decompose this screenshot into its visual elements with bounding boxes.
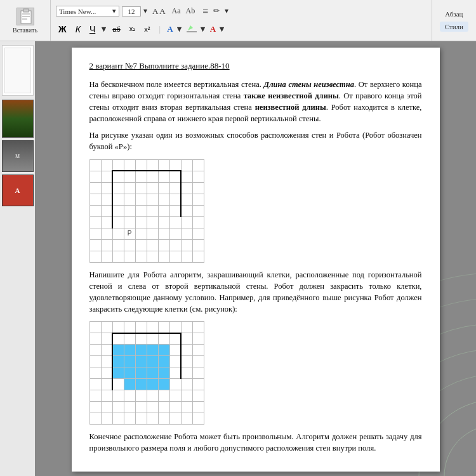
grid2-cell [192,402,204,413]
grid2-cell [192,390,204,402]
menu-lines-icon[interactable]: ≡ [202,6,208,17]
grid2-cell [135,402,147,413]
grid2-cell [135,356,147,367]
grid2-cell [181,333,192,345]
grid1-cell [112,216,124,228]
format-ab[interactable]: Ab [186,6,195,16]
text-color-a[interactable]: A [210,24,216,34]
stili-button[interactable]: Стили [440,22,468,32]
grid1-cell [169,171,181,182]
italic-button[interactable]: К [73,23,83,35]
aa-lower[interactable]: Aa [172,6,181,16]
grid2-cell [192,413,204,425]
grid2-cell [89,390,101,402]
grid1-cell [158,182,169,194]
font-size-value: 12 [128,8,135,15]
grid2-cell [89,333,101,345]
grid1-cell [181,194,192,205]
grid2-cell [112,333,124,345]
heading-number: №7 [125,61,137,70]
grid1-cell [89,159,101,171]
paragraph-1: На бесконечном поле имеется вертикальная… [89,79,422,125]
grid2-cell [101,390,112,402]
grid1-cell [169,182,181,194]
grid1-cell [147,182,158,194]
toolbar-main: Times New... ▾ 12 ▾ A A Aa Ab ≡ ✏ ▾ Ж К … [51,0,432,41]
grid2-cell [135,345,147,356]
subscript-button[interactable]: x₂ [127,24,138,34]
grid1-cell [169,239,181,251]
font-name-value: Times New... [59,8,96,15]
grid1-cell [89,251,101,262]
grid1-cell [158,194,169,205]
grid1-cell [101,216,112,228]
sidebar-left: М А [0,41,35,476]
page-thumbnail-1[interactable] [2,45,34,96]
grid2-cell [124,322,135,333]
grid2-cell [147,390,158,402]
grid2-cell [101,345,112,356]
grid2-cell [181,402,192,413]
font-size-selector[interactable]: 12 [122,6,141,17]
grid2-cell [89,402,101,413]
grid1-cell [181,251,192,262]
svg-rect-1 [23,9,29,12]
font-name-selector[interactable]: Times New... ▾ [56,6,119,17]
strikethrough-button[interactable]: аб [110,25,122,34]
grid2-cell [112,345,124,356]
abzac-button[interactable]: Абзац [440,9,468,19]
paste-button[interactable]: Вставить [5,5,45,36]
aa-upper[interactable]: A A [152,6,166,17]
grid2-cell [124,367,135,379]
grid1-cell [135,239,147,251]
grid2-cell [181,379,192,390]
grid1-cell [158,216,169,228]
grid2-cell [181,345,192,356]
grid2-cell [147,322,158,333]
grid1-cell [192,182,204,194]
sidebar-label-a: А [2,175,34,206]
grid1-cell [158,251,169,262]
grid1-cell: P [124,228,135,239]
grid-diagram-1: P [89,159,204,263]
document-area[interactable]: 2 вариант №7 Выполните задание.88-10 На … [35,41,476,476]
grid2-cell [181,413,192,425]
grid1-cell [192,194,204,205]
highlight-icon[interactable] [187,23,197,36]
svg-rect-4 [22,18,27,20]
document-page: 2 вариант №7 Выполните задание.88-10 На … [72,48,440,472]
grid1-cell [192,171,204,182]
underline-chevron: ▾ [102,24,106,34]
grid1-cell [101,251,112,262]
bg-thumbnail [2,100,34,138]
grid2-cell [192,333,204,345]
paragraph-2: На рисунке указан один из возможных спос… [89,129,422,152]
grid2-cell [147,379,158,390]
grid1-cell [124,159,135,171]
paragraph-4: Конечное расположение Робота может быть … [89,431,422,454]
grid1-cell [101,205,112,216]
grid1-cell [158,171,169,182]
grid2-cell [89,322,101,333]
grid1-cell [147,216,158,228]
bold-button[interactable]: Ж [56,23,69,35]
pen-icon[interactable]: ✏ [213,6,220,16]
grid2-cell [192,367,204,379]
grid1-cell [192,251,204,262]
grid1-cell [147,171,158,182]
grid1-cell [101,239,112,251]
grid2-cell [181,356,192,367]
grid2-cell [147,356,158,367]
paste-icon [17,8,34,25]
underline-button[interactable]: Ч [87,23,98,35]
grid2-cell [169,413,181,425]
sidebar-label-m: М [2,140,34,172]
grid1-cell [158,159,169,171]
grid2-cell [169,322,181,333]
grid1-cell [135,194,147,205]
superscript-button[interactable]: x² [142,25,152,34]
grid1-cell [147,194,158,205]
toolbar-row-format: Ж К Ч ▾ аб x₂ x² | A ▾ ▾ A ▾ [56,23,426,36]
grid1-cell [89,239,101,251]
font-color-a[interactable]: A [167,24,173,34]
